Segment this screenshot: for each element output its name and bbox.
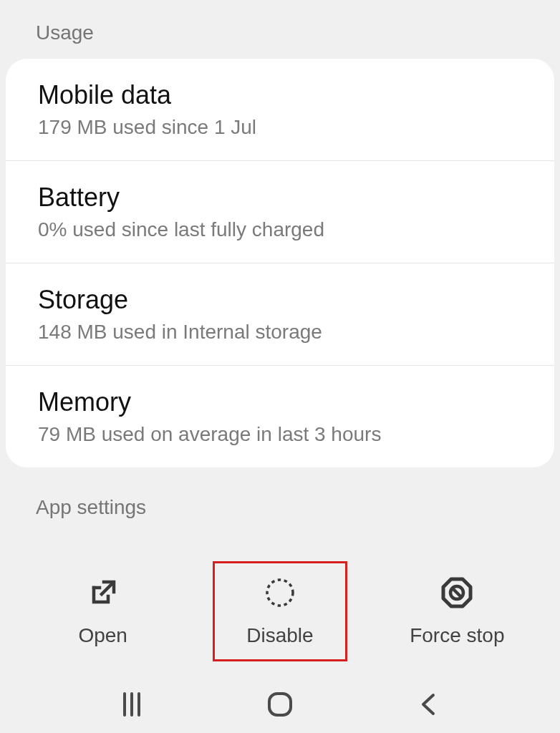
mobile-data-item[interactable]: Mobile data 179 MB used since 1 Jul <box>6 59 554 161</box>
usage-card: Mobile data 179 MB used since 1 Jul Batt… <box>6 59 554 467</box>
svg-rect-6 <box>269 694 291 715</box>
memory-subtitle: 79 MB used on average in last 3 hours <box>38 423 522 446</box>
storage-subtitle: 148 MB used in Internal storage <box>38 321 522 344</box>
app-settings-section-header: App settings <box>0 467 560 526</box>
memory-title: Memory <box>38 387 522 417</box>
mobile-data-subtitle: 179 MB used since 1 Jul <box>38 116 522 139</box>
back-icon <box>415 691 442 718</box>
svg-point-0 <box>267 580 293 606</box>
force-stop-button[interactable]: Force stop <box>390 561 524 661</box>
recent-apps-button[interactable] <box>110 683 153 726</box>
memory-item[interactable]: Memory 79 MB used on average in last 3 h… <box>6 366 554 467</box>
mobile-data-title: Mobile data <box>38 80 522 110</box>
open-button[interactable]: Open <box>36 561 170 661</box>
battery-subtitle: 0% used since last fully charged <box>38 218 522 241</box>
open-icon <box>88 576 118 610</box>
action-bar: Open Disable Force stop <box>0 561 560 661</box>
battery-title: Battery <box>38 183 522 213</box>
disable-label: Disable <box>246 624 313 647</box>
disable-icon <box>264 576 296 610</box>
usage-section-header: Usage <box>0 0 560 59</box>
home-icon <box>265 689 295 719</box>
open-label: Open <box>78 624 127 647</box>
back-button[interactable] <box>407 683 450 726</box>
force-stop-icon <box>440 576 473 610</box>
storage-title: Storage <box>38 285 522 315</box>
navigation-bar <box>0 676 560 733</box>
svg-line-2 <box>453 588 462 598</box>
force-stop-label: Force stop <box>410 624 504 647</box>
storage-item[interactable]: Storage 148 MB used in Internal storage <box>6 263 554 366</box>
recent-apps-icon <box>118 691 145 718</box>
home-button[interactable] <box>259 683 301 726</box>
disable-button[interactable]: Disable <box>213 561 347 661</box>
battery-item[interactable]: Battery 0% used since last fully charged <box>6 161 554 263</box>
